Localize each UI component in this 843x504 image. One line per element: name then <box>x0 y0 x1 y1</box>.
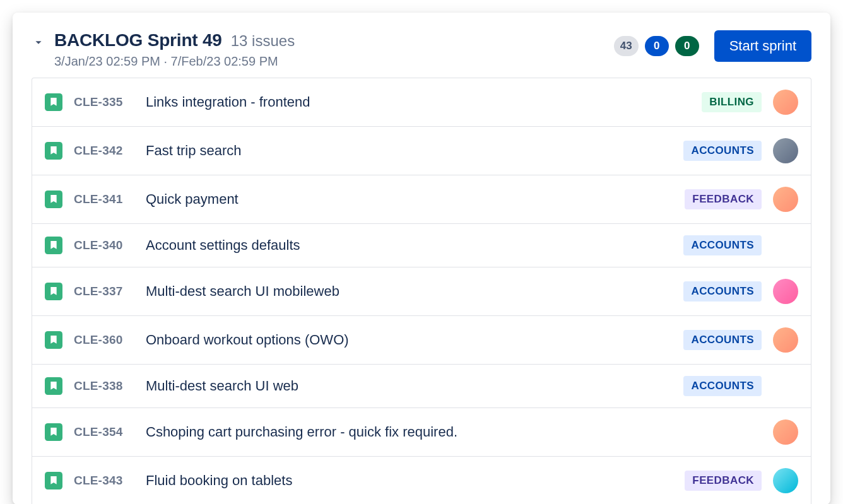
epic-tag[interactable]: ACCOUNTS <box>683 376 762 396</box>
story-icon <box>45 377 62 395</box>
issue-key: CLE-335 <box>74 95 134 109</box>
issue-summary: Multi-dest search UI mobileweb <box>146 283 672 300</box>
epic-tag[interactable]: ACCOUNTS <box>683 141 762 161</box>
assignee-avatar[interactable] <box>773 279 798 304</box>
story-icon <box>45 283 62 300</box>
assignee-avatar[interactable] <box>773 187 798 212</box>
epic-tag[interactable]: ACCOUNTS <box>683 235 762 255</box>
issue-summary: Links integration - frontend <box>146 94 690 110</box>
story-icon <box>45 472 62 489</box>
issue-key: CLE-343 <box>74 474 134 488</box>
issue-row[interactable]: CLE-342Fast trip searchACCOUNTS <box>32 127 811 175</box>
issue-key: CLE-338 <box>74 379 134 393</box>
count-pill-done[interactable]: 0 <box>675 36 699 56</box>
backlog-panel: BACKLOG Sprint 49 13 issues 3/Jan/23 02:… <box>13 13 830 504</box>
issue-row[interactable]: CLE-341Quick paymentFEEDBACK <box>32 175 811 224</box>
epic-tag[interactable]: FEEDBACK <box>685 189 762 209</box>
issue-row[interactable]: CLE-340Account settings defaultsACCOUNTS <box>32 224 811 267</box>
epic-tag[interactable]: FEEDBACK <box>685 471 762 491</box>
epic-tag[interactable]: ACCOUNTS <box>683 281 762 302</box>
sprint-title: BACKLOG Sprint 49 <box>54 30 222 50</box>
issue-key: CLE-354 <box>74 425 134 439</box>
story-icon <box>45 142 62 160</box>
issue-key: CLE-340 <box>74 238 134 252</box>
issue-key: CLE-337 <box>74 284 134 298</box>
count-pill-todo[interactable]: 43 <box>614 36 639 56</box>
issue-count: 13 issues <box>231 32 295 50</box>
issue-summary: Quick payment <box>146 191 673 208</box>
issue-summary: Onboard workout options (OWO) <box>146 332 672 348</box>
sprint-header: BACKLOG Sprint 49 13 issues 3/Jan/23 02:… <box>13 30 830 78</box>
epic-tag[interactable]: ACCOUNTS <box>683 330 762 350</box>
start-sprint-button[interactable]: Start sprint <box>714 30 811 62</box>
chevron-down-icon[interactable] <box>32 35 45 52</box>
issue-key: CLE-342 <box>74 144 134 158</box>
issue-summary: Cshoping cart purchasing error - quick f… <box>146 424 762 440</box>
issue-key: CLE-341 <box>74 192 134 206</box>
sprint-header-left: BACKLOG Sprint 49 13 issues 3/Jan/23 02:… <box>32 30 295 69</box>
issue-row[interactable]: CLE-360Onboard workout options (OWO)ACCO… <box>32 316 811 365</box>
issue-summary: Account settings defaults <box>146 237 672 254</box>
assignee-avatar[interactable] <box>773 327 798 353</box>
assignee-avatar[interactable] <box>773 419 798 445</box>
issue-row[interactable]: CLE-337Multi-dest search UI mobilewebACC… <box>32 267 811 316</box>
issue-row[interactable]: CLE-343Fluid booking on tabletsFEEDBACK <box>32 457 811 504</box>
sprint-dates: 3/Jan/23 02:59 PM · 7/Feb/23 02:59 PM <box>54 54 295 69</box>
assignee-avatar[interactable] <box>773 90 798 115</box>
issue-row[interactable]: CLE-354Cshoping cart purchasing error - … <box>32 408 811 457</box>
issue-list: CLE-335Links integration - frontendBILLI… <box>32 78 811 504</box>
assignee-avatar[interactable] <box>773 468 798 493</box>
story-icon <box>45 423 62 441</box>
issue-summary: Multi-dest search UI web <box>146 378 672 394</box>
issue-key: CLE-360 <box>74 333 134 347</box>
story-icon <box>45 190 62 208</box>
issue-summary: Fast trip search <box>146 143 672 159</box>
story-icon <box>45 237 62 254</box>
story-icon <box>45 331 62 349</box>
issue-row[interactable]: CLE-338Multi-dest search UI webACCOUNTS <box>32 365 811 408</box>
issue-summary: Fluid booking on tablets <box>146 472 673 489</box>
count-pill-inprogress[interactable]: 0 <box>645 36 669 56</box>
issue-row[interactable]: CLE-335Links integration - frontendBILLI… <box>32 78 811 127</box>
story-icon <box>45 93 62 111</box>
sprint-header-right: 43 0 0 Start sprint <box>614 30 811 62</box>
assignee-avatar[interactable] <box>773 138 798 163</box>
epic-tag[interactable]: BILLING <box>702 92 762 112</box>
